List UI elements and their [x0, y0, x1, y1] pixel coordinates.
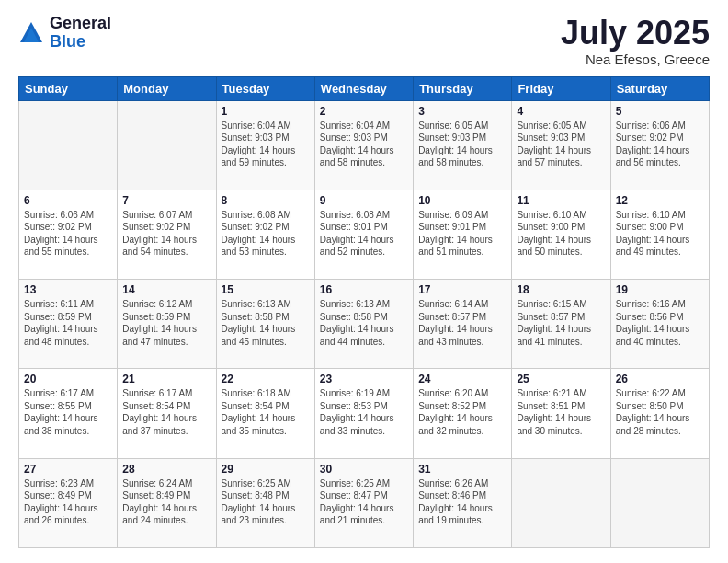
- table-row: 22Sunrise: 6:18 AM Sunset: 8:54 PM Dayli…: [216, 369, 314, 458]
- day-number: 25: [517, 373, 605, 385]
- cell-info: Sunrise: 6:07 AM Sunset: 9:02 PM Dayligh…: [122, 209, 210, 259]
- cell-info: Sunrise: 6:06 AM Sunset: 9:02 PM Dayligh…: [24, 209, 112, 259]
- table-row: 29Sunrise: 6:25 AM Sunset: 8:48 PM Dayli…: [216, 458, 314, 547]
- cell-info: Sunrise: 6:19 AM Sunset: 8:53 PM Dayligh…: [320, 387, 408, 437]
- table-row: 31Sunrise: 6:26 AM Sunset: 8:46 PM Dayli…: [414, 458, 512, 547]
- cell-info: Sunrise: 6:04 AM Sunset: 9:03 PM Dayligh…: [320, 120, 408, 169]
- day-number: 17: [418, 283, 506, 296]
- calendar-header-row: Sunday Monday Tuesday Wednesday Thursday…: [19, 76, 710, 100]
- table-row: 28Sunrise: 6:24 AM Sunset: 8:49 PM Dayli…: [118, 458, 216, 547]
- cell-info: Sunrise: 6:20 AM Sunset: 8:52 PM Dayligh…: [418, 387, 506, 437]
- cell-info: Sunrise: 6:05 AM Sunset: 9:03 PM Dayligh…: [418, 120, 506, 169]
- table-row: 15Sunrise: 6:13 AM Sunset: 8:58 PM Dayli…: [216, 280, 314, 369]
- table-row: 26Sunrise: 6:22 AM Sunset: 8:50 PM Dayli…: [610, 369, 709, 458]
- cell-info: Sunrise: 6:06 AM Sunset: 9:02 PM Dayligh…: [616, 120, 704, 169]
- table-row: 2Sunrise: 6:04 AM Sunset: 9:03 PM Daylig…: [314, 100, 413, 190]
- day-number: 26: [616, 373, 704, 385]
- cell-info: Sunrise: 6:10 AM Sunset: 9:00 PM Dayligh…: [517, 209, 605, 259]
- table-row: 5Sunrise: 6:06 AM Sunset: 9:02 PM Daylig…: [610, 100, 709, 190]
- table-row: 16Sunrise: 6:13 AM Sunset: 8:58 PM Dayli…: [314, 280, 413, 369]
- table-row: 13Sunrise: 6:11 AM Sunset: 8:59 PM Dayli…: [19, 280, 118, 369]
- table-row: 27Sunrise: 6:23 AM Sunset: 8:49 PM Dayli…: [19, 458, 118, 547]
- day-number: 4: [517, 105, 605, 118]
- day-number: 13: [24, 283, 112, 296]
- cell-info: Sunrise: 6:21 AM Sunset: 8:51 PM Dayligh…: [517, 387, 605, 437]
- col-tuesday: Tuesday: [216, 76, 314, 100]
- day-number: 10: [418, 194, 506, 207]
- table-row: 7Sunrise: 6:07 AM Sunset: 9:02 PM Daylig…: [118, 190, 216, 279]
- day-number: 23: [320, 373, 408, 385]
- day-number: 14: [122, 283, 210, 296]
- table-row: 30Sunrise: 6:25 AM Sunset: 8:47 PM Dayli…: [314, 458, 413, 547]
- table-row: 25Sunrise: 6:21 AM Sunset: 8:51 PM Dayli…: [512, 369, 610, 458]
- col-saturday: Saturday: [610, 76, 709, 100]
- col-wednesday: Wednesday: [314, 76, 413, 100]
- table-row: 21Sunrise: 6:17 AM Sunset: 8:54 PM Dayli…: [118, 369, 216, 458]
- month-title: July 2025: [561, 15, 710, 52]
- table-row: 4Sunrise: 6:05 AM Sunset: 9:03 PM Daylig…: [512, 100, 610, 190]
- table-row: 8Sunrise: 6:08 AM Sunset: 9:02 PM Daylig…: [216, 190, 314, 279]
- cell-info: Sunrise: 6:10 AM Sunset: 9:00 PM Dayligh…: [616, 209, 704, 259]
- day-number: 27: [24, 463, 112, 476]
- cell-info: Sunrise: 6:05 AM Sunset: 9:03 PM Dayligh…: [517, 120, 605, 169]
- day-number: 2: [320, 105, 408, 118]
- col-thursday: Thursday: [414, 76, 512, 100]
- col-friday: Friday: [512, 76, 610, 100]
- day-number: 31: [418, 463, 506, 476]
- cell-info: Sunrise: 6:11 AM Sunset: 8:59 PM Dayligh…: [24, 298, 112, 348]
- table-row: 18Sunrise: 6:15 AM Sunset: 8:57 PM Dayli…: [512, 280, 610, 369]
- table-row: [512, 458, 610, 547]
- calendar-week-row: 6Sunrise: 6:06 AM Sunset: 9:02 PM Daylig…: [19, 190, 710, 279]
- cell-info: Sunrise: 6:17 AM Sunset: 8:55 PM Dayligh…: [24, 387, 112, 437]
- title-block: July 2025 Nea Efesos, Greece: [561, 15, 710, 67]
- cell-info: Sunrise: 6:22 AM Sunset: 8:50 PM Dayligh…: [616, 387, 704, 437]
- table-row: [19, 100, 118, 190]
- day-number: 30: [320, 463, 408, 476]
- day-number: 12: [616, 194, 704, 207]
- cell-info: Sunrise: 6:24 AM Sunset: 8:49 PM Dayligh…: [122, 477, 210, 527]
- day-number: 22: [222, 373, 310, 385]
- calendar-week-row: 27Sunrise: 6:23 AM Sunset: 8:49 PM Dayli…: [19, 458, 710, 547]
- calendar-week-row: 13Sunrise: 6:11 AM Sunset: 8:59 PM Dayli…: [19, 280, 710, 369]
- cell-info: Sunrise: 6:14 AM Sunset: 8:57 PM Dayligh…: [418, 298, 506, 348]
- day-number: 28: [122, 463, 210, 476]
- table-row: [118, 100, 216, 190]
- cell-info: Sunrise: 6:08 AM Sunset: 9:01 PM Dayligh…: [320, 209, 408, 259]
- table-row: 3Sunrise: 6:05 AM Sunset: 9:03 PM Daylig…: [414, 100, 512, 190]
- logo-blue-text: Blue: [50, 33, 111, 52]
- col-monday: Monday: [118, 76, 216, 100]
- table-row: 9Sunrise: 6:08 AM Sunset: 9:01 PM Daylig…: [314, 190, 413, 279]
- day-number: 1: [222, 105, 310, 118]
- cell-info: Sunrise: 6:17 AM Sunset: 8:54 PM Dayligh…: [122, 387, 210, 437]
- day-number: 5: [616, 105, 704, 118]
- day-number: 8: [222, 194, 310, 207]
- day-number: 20: [24, 373, 112, 385]
- table-row: 14Sunrise: 6:12 AM Sunset: 8:59 PM Dayli…: [118, 280, 216, 369]
- table-row: 12Sunrise: 6:10 AM Sunset: 9:00 PM Dayli…: [610, 190, 709, 279]
- table-row: 24Sunrise: 6:20 AM Sunset: 8:52 PM Dayli…: [414, 369, 512, 458]
- day-number: 15: [222, 283, 310, 296]
- logo-icon: [18, 20, 44, 46]
- cell-info: Sunrise: 6:25 AM Sunset: 8:47 PM Dayligh…: [320, 477, 408, 527]
- cell-info: Sunrise: 6:15 AM Sunset: 8:57 PM Dayligh…: [517, 298, 605, 348]
- day-number: 3: [418, 105, 506, 118]
- logo: General Blue: [18, 15, 111, 52]
- day-number: 29: [222, 463, 310, 476]
- cell-info: Sunrise: 6:18 AM Sunset: 8:54 PM Dayligh…: [222, 387, 310, 437]
- day-number: 11: [517, 194, 605, 207]
- day-number: 6: [24, 194, 112, 207]
- page-header: General Blue July 2025 Nea Efesos, Greec…: [18, 15, 710, 67]
- table-row: 11Sunrise: 6:10 AM Sunset: 9:00 PM Dayli…: [512, 190, 610, 279]
- table-row: 1Sunrise: 6:04 AM Sunset: 9:03 PM Daylig…: [216, 100, 314, 190]
- cell-info: Sunrise: 6:16 AM Sunset: 8:56 PM Dayligh…: [616, 298, 704, 348]
- table-row: 6Sunrise: 6:06 AM Sunset: 9:02 PM Daylig…: [19, 190, 118, 279]
- day-number: 21: [122, 373, 210, 385]
- cell-info: Sunrise: 6:13 AM Sunset: 8:58 PM Dayligh…: [320, 298, 408, 348]
- table-row: 19Sunrise: 6:16 AM Sunset: 8:56 PM Dayli…: [610, 280, 709, 369]
- cell-info: Sunrise: 6:12 AM Sunset: 8:59 PM Dayligh…: [122, 298, 210, 348]
- day-number: 7: [122, 194, 210, 207]
- cell-info: Sunrise: 6:13 AM Sunset: 8:58 PM Dayligh…: [222, 298, 310, 348]
- cell-info: Sunrise: 6:26 AM Sunset: 8:46 PM Dayligh…: [418, 477, 506, 527]
- table-row: 10Sunrise: 6:09 AM Sunset: 9:01 PM Dayli…: [414, 190, 512, 279]
- table-row: 23Sunrise: 6:19 AM Sunset: 8:53 PM Dayli…: [314, 369, 413, 458]
